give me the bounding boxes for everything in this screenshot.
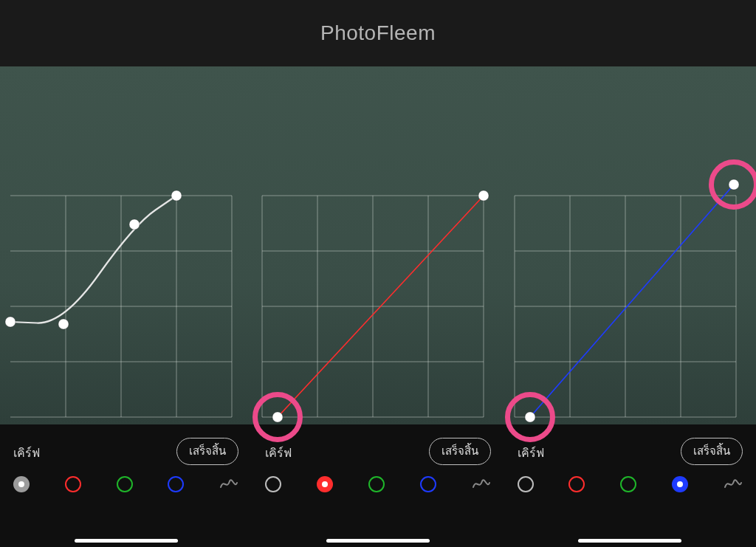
channel-white[interactable] xyxy=(518,476,534,492)
curve-handle[interactable] xyxy=(58,319,69,329)
channel-green[interactable] xyxy=(620,476,636,492)
channel-blue[interactable] xyxy=(420,476,436,492)
control-cell-red: เคิร์ฟเสร็จสิ้น xyxy=(252,424,504,547)
channel-row xyxy=(13,476,238,492)
curve-handle[interactable] xyxy=(171,190,182,201)
channel-blue[interactable] xyxy=(168,476,184,492)
app-title: PhotoFleem xyxy=(320,21,436,45)
home-indicator xyxy=(578,539,681,543)
curve-panel-blue[interactable] xyxy=(504,66,756,424)
channel-red[interactable] xyxy=(65,476,81,492)
curve-handle[interactable] xyxy=(525,412,535,422)
done-button[interactable]: เสร็จสิ้น xyxy=(429,438,491,465)
curve-panel-red[interactable] xyxy=(252,66,504,424)
channel-white[interactable] xyxy=(265,476,281,492)
control-cell-blue: เคิร์ฟเสร็จสิ้น xyxy=(504,424,756,547)
done-button[interactable]: เสร็จสิ้น xyxy=(176,438,238,465)
channel-green[interactable] xyxy=(368,476,385,492)
curve-handle[interactable] xyxy=(129,219,140,230)
curve-path[interactable] xyxy=(530,185,734,417)
channel-row xyxy=(265,476,490,492)
beauty-icon[interactable] xyxy=(219,477,238,492)
channel-red[interactable] xyxy=(317,476,333,492)
curve-handle[interactable] xyxy=(272,412,283,422)
done-button[interactable]: เสร็จสิ้น xyxy=(681,438,743,465)
curve-handle[interactable] xyxy=(729,179,739,190)
control-cell-luma: เคิร์ฟเสร็จสิ้น xyxy=(0,424,252,547)
channel-row xyxy=(518,476,743,492)
curve-label: เคิร์ฟ xyxy=(13,444,40,462)
home-indicator xyxy=(75,539,178,543)
curve-editor-row xyxy=(0,66,756,424)
curve-label: เคิร์ฟ xyxy=(265,444,292,462)
curve-handle[interactable] xyxy=(478,190,489,201)
curve-handle[interactable] xyxy=(5,317,16,327)
beauty-icon[interactable] xyxy=(724,477,743,492)
channel-white[interactable] xyxy=(13,476,30,492)
bottom-controls: เคิร์ฟเสร็จสิ้นเคิร์ฟเสร็จสิ้นเคิร์ฟเสร็… xyxy=(0,424,756,547)
curve-path[interactable] xyxy=(10,196,176,323)
channel-blue[interactable] xyxy=(672,476,688,492)
curve-panel-luma[interactable] xyxy=(0,66,252,424)
channel-green[interactable] xyxy=(117,476,133,492)
curve-label: เคิร์ฟ xyxy=(518,444,544,462)
home-indicator xyxy=(326,539,430,543)
beauty-icon[interactable] xyxy=(472,477,491,492)
header: PhotoFleem xyxy=(0,0,756,66)
channel-red[interactable] xyxy=(568,476,585,492)
